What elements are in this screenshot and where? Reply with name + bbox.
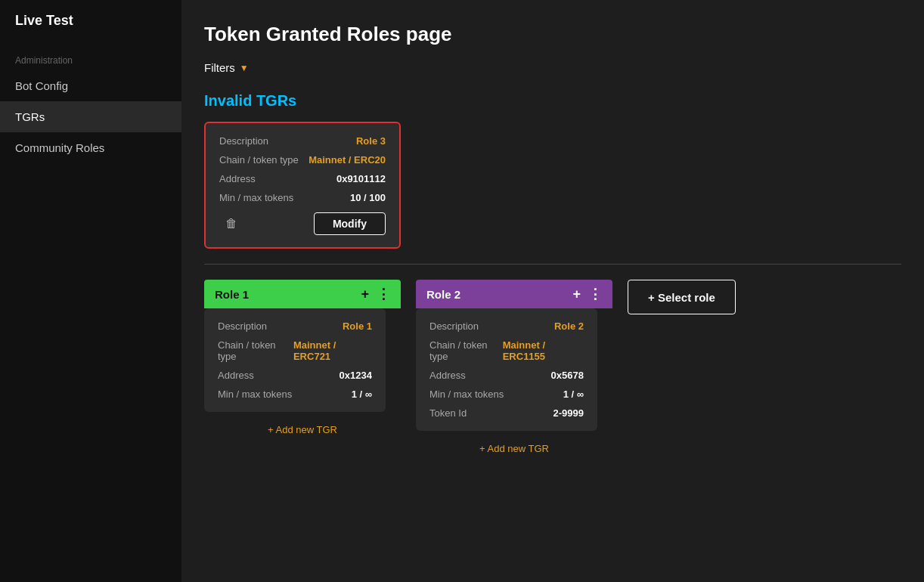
role-2-minmax-value: 1 / ∞ — [563, 389, 584, 400]
role-1-address-row: Address 0x1234 — [218, 370, 372, 381]
role-1-minmax-label: Min / max tokens — [218, 389, 292, 400]
invalid-tgr-description-label: Description — [219, 135, 268, 147]
role-2-description-value: Role 2 — [554, 320, 584, 332]
invalid-tgr-minmax-label: Min / max tokens — [219, 192, 293, 203]
role-2-header: Role 2 + ⋮ — [416, 280, 612, 308]
role-2-chain-label: Chain / token type — [429, 339, 503, 362]
role-2-header-actions: + ⋮ — [572, 287, 602, 301]
role-2-tokenid-label: Token Id — [429, 407, 467, 419]
role-2-address-row: Address 0x5678 — [429, 370, 584, 381]
role-1-description-label: Description — [218, 320, 267, 332]
role-1-description-row: Description Role 1 — [218, 320, 372, 332]
filters-row: Filters ▼ — [204, 61, 901, 74]
select-role-wrapper: + Select role — [628, 280, 736, 314]
role-1-header-label: Role 1 — [215, 288, 249, 301]
invalid-tgr-description-value: Role 3 — [356, 135, 386, 147]
role-2-minmax-row: Min / max tokens 1 / ∞ — [429, 389, 584, 400]
invalid-tgr-address-value: 0x9101112 — [336, 173, 386, 184]
sidebar-item-community-roles[interactable]: Community Roles — [0, 132, 181, 163]
invalid-tgr-card: Description Role 3 Chain / token type Ma… — [204, 122, 401, 249]
invalid-tgr-address-label: Address — [219, 173, 256, 184]
role-2-tgr-card: Description Role 2 Chain / token type Ma… — [416, 308, 597, 431]
role-2-minmax-label: Min / max tokens — [429, 389, 504, 400]
role-2-add-tgr-button[interactable]: + Add new TGR — [479, 440, 549, 457]
role-2-add-button[interactable]: + — [572, 287, 581, 301]
role-2-header-label: Role 2 — [426, 288, 460, 301]
role-1-header: Role 1 + ⋮ — [204, 280, 401, 308]
invalid-tgrs-title: Invalid TGRs — [204, 92, 901, 110]
role-2-address-label: Address — [429, 370, 466, 381]
role-2-description-label: Description — [429, 320, 479, 332]
invalid-tgr-description-row: Description Role 3 — [219, 135, 386, 147]
role-2-description-row: Description Role 2 — [429, 320, 584, 332]
invalid-tgr-chain-label: Chain / token type — [219, 154, 299, 166]
role-1-minmax-value: 1 / ∞ — [352, 389, 372, 400]
role-2-chain-row: Chain / token type Mainnet / ERC1155 — [429, 339, 584, 362]
role-1-description-value: Role 1 — [343, 320, 372, 332]
invalid-tgr-actions: 🗑 Modify — [219, 212, 386, 235]
role-1-add-button[interactable]: + — [361, 287, 369, 301]
role-1-address-label: Address — [218, 370, 254, 381]
role-1-column: Role 1 + ⋮ Description Role 1 Chain / to… — [204, 280, 401, 438]
invalid-tgr-address-row: Address 0x9101112 — [219, 173, 386, 184]
role-1-header-actions: + ⋮ — [361, 287, 390, 301]
role-2-tokenid-value: 2-9999 — [553, 407, 584, 419]
filters-label: Filters — [204, 61, 235, 74]
sidebar-item-tgrs[interactable]: TGRs — [0, 101, 181, 132]
invalid-tgr-chain-row: Chain / token type Mainnet / ERC20 — [219, 154, 386, 166]
sidebar: Live Test Administration Bot Config TGRs… — [0, 0, 181, 582]
role-2-chain-value: Mainnet / ERC1155 — [503, 339, 584, 362]
role-2-menu-button[interactable]: ⋮ — [588, 287, 602, 301]
role-1-chain-label: Chain / token type — [218, 339, 293, 362]
modify-tgr-button[interactable]: Modify — [314, 212, 386, 235]
filters-button[interactable]: Filters ▼ — [204, 61, 249, 74]
role-1-tgr-card: Description Role 1 Chain / token type Ma… — [204, 308, 386, 412]
role-2-tokenid-row: Token Id 2-9999 — [429, 407, 584, 419]
sidebar-section-label: Administration — [0, 42, 181, 70]
invalid-tgr-minmax-row: Min / max tokens 10 / 100 — [219, 192, 386, 203]
sidebar-brand: Live Test — [0, 0, 181, 42]
role-1-address-value: 0x1234 — [340, 370, 372, 381]
page-title: Token Granted Roles page — [204, 23, 901, 46]
invalid-tgr-minmax-value: 10 / 100 — [350, 192, 386, 203]
role-1-chain-value: Mainnet / ERC721 — [293, 339, 372, 362]
roles-container: Role 1 + ⋮ Description Role 1 Chain / to… — [204, 280, 901, 457]
sidebar-item-bot-config[interactable]: Bot Config — [0, 70, 181, 101]
select-role-button[interactable]: + Select role — [628, 280, 736, 314]
role-1-add-tgr-button[interactable]: + Add new TGR — [268, 421, 337, 438]
invalid-tgr-chain-value: Mainnet / ERC20 — [309, 154, 386, 166]
main-content: Token Granted Roles page Filters ▼ Inval… — [181, 0, 924, 582]
role-1-chain-row: Chain / token type Mainnet / ERC721 — [218, 339, 372, 362]
section-divider — [204, 264, 901, 265]
role-1-menu-button[interactable]: ⋮ — [377, 287, 390, 301]
chevron-down-icon: ▼ — [240, 63, 249, 73]
role-1-minmax-row: Min / max tokens 1 / ∞ — [218, 389, 372, 400]
role-2-column: Role 2 + ⋮ Description Role 2 Chain / to… — [416, 280, 612, 457]
role-2-address-value: 0x5678 — [551, 370, 584, 381]
delete-tgr-button[interactable]: 🗑 — [219, 214, 243, 234]
